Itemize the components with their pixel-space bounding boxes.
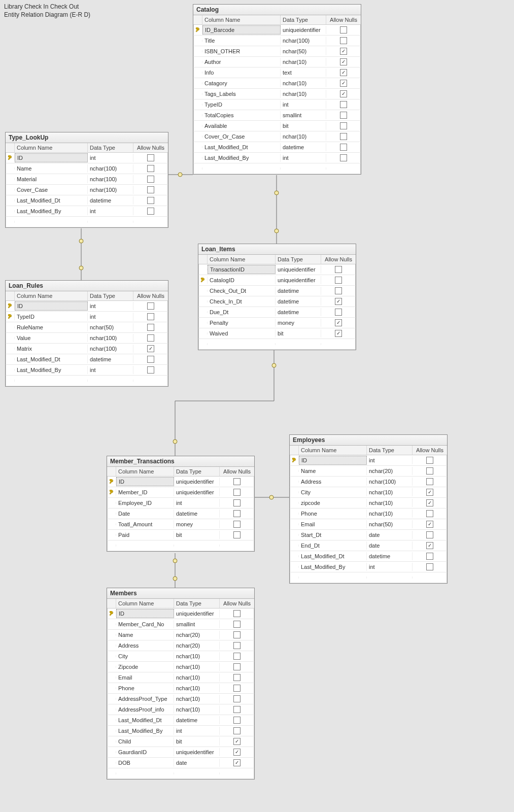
table-row[interactable]: Addressnchar(100) [290, 477, 447, 487]
data-type[interactable] [367, 577, 413, 579]
data-type[interactable]: int [281, 154, 326, 162]
data-type[interactable]: nchar(50) [88, 323, 133, 331]
column-name[interactable]: Email [299, 520, 367, 528]
table-row[interactable]: Datedatetime [107, 509, 254, 519]
column-name[interactable]: TotalCopies [202, 111, 281, 119]
data-type[interactable]: nchar(10) [174, 695, 220, 703]
data-type[interactable]: nchar(20) [174, 631, 220, 639]
table-row[interactable]: Emailnchar(50) [290, 519, 447, 530]
data-type[interactable]: nchar(20) [367, 467, 413, 475]
column-name[interactable]: Email [116, 673, 174, 682]
table-row[interactable]: IDint [6, 153, 168, 163]
data-type[interactable]: datetime [276, 287, 321, 295]
data-type[interactable]: nchar(10) [174, 663, 220, 671]
column-name[interactable] [116, 772, 174, 774]
entity-title[interactable]: Type_LookUp [6, 132, 168, 143]
column-name[interactable]: Due_Dt [208, 308, 276, 316]
table-row[interactable]: Member_IDuniqueidentifier [107, 487, 254, 498]
entity-title[interactable]: Member_Transactions [107, 456, 254, 467]
column-name[interactable]: Tags_Labels [202, 90, 281, 98]
column-name[interactable]: Last_Modified_By [15, 366, 88, 374]
column-name[interactable]: Toatl_Amount [116, 520, 174, 528]
column-name[interactable]: TransactionID [208, 265, 276, 274]
column-name[interactable]: Material [15, 175, 88, 183]
allow-nulls-checkbox[interactable] [220, 662, 254, 671]
table-row[interactable]: Availablebit [193, 121, 361, 131]
table-row[interactable]: TypeIDint [193, 99, 361, 110]
allow-nulls-checkbox[interactable] [321, 329, 356, 338]
table-row[interactable]: Matrixnchar(100) [6, 344, 168, 354]
table-row[interactable]: Last_Modified_Dtdatetime [193, 142, 361, 153]
allow-nulls-checkbox[interactable] [220, 758, 254, 767]
allow-nulls-checkbox[interactable] [326, 25, 361, 35]
allow-nulls-checkbox[interactable] [326, 47, 361, 56]
table-row[interactable] [6, 217, 168, 227]
allow-nulls-checkbox[interactable] [326, 79, 361, 88]
data-type[interactable]: nchar(10) [174, 652, 220, 660]
table-row[interactable]: DOBdate [107, 758, 254, 768]
allow-nulls-checkbox[interactable] [326, 121, 361, 130]
column-name[interactable]: Last_Modified_By [15, 207, 88, 215]
data-type[interactable]: datetime [88, 196, 133, 205]
data-type[interactable] [88, 380, 133, 382]
table-row[interactable]: Cover_Or_Casenchar(10) [193, 131, 361, 142]
column-name[interactable]: Penalty [208, 319, 276, 327]
column-name[interactable]: Member_Card_No [116, 620, 174, 628]
column-name[interactable]: ID [116, 477, 174, 486]
data-type[interactable]: date [174, 759, 220, 767]
table-row[interactable]: End_Dtdate [290, 540, 447, 551]
table-row[interactable]: Waivedbit [198, 328, 356, 339]
column-name[interactable]: Zipcode [116, 663, 174, 671]
allow-nulls-checkbox[interactable] [413, 530, 447, 539]
allow-nulls-checkbox[interactable] [321, 265, 356, 274]
allow-nulls-checkbox[interactable] [326, 68, 361, 77]
table-row[interactable]: Last_Modified_Byint [107, 726, 254, 736]
allow-nulls-checkbox[interactable] [133, 153, 168, 162]
entity-title[interactable]: Employees [290, 435, 447, 446]
table-row[interactable]: Valuenchar(100) [6, 333, 168, 344]
data-type[interactable]: nchar(10) [281, 90, 326, 98]
allow-nulls-checkbox[interactable] [133, 333, 168, 343]
table-row[interactable]: Citynchar(10) [290, 487, 447, 498]
data-type[interactable]: uniqueidentifier [174, 488, 220, 496]
data-type[interactable]: date [367, 542, 413, 550]
column-name[interactable]: Last_Modified_Dt [15, 196, 88, 205]
data-type[interactable]: nchar(100) [88, 334, 133, 342]
table-row[interactable] [193, 163, 361, 174]
allow-nulls-checkbox[interactable] [220, 694, 254, 703]
entity-employees[interactable]: EmployeesColumn NameData TypeAllow Nulls… [289, 434, 448, 584]
data-type[interactable]: nchar(50) [281, 47, 326, 55]
column-name[interactable]: zipcode [299, 499, 367, 507]
data-type[interactable]: datetime [276, 308, 321, 316]
column-name[interactable]: Address [116, 641, 174, 650]
data-type[interactable]: int [174, 727, 220, 735]
allow-nulls-checkbox[interactable] [220, 630, 254, 639]
data-type[interactable] [281, 167, 326, 170]
allow-nulls-checkbox[interactable] [326, 57, 361, 66]
table-row[interactable]: Last_Modified_Dtdatetime [6, 195, 168, 206]
table-row[interactable]: TypeIDint [6, 312, 168, 322]
entity-loan_items[interactable]: Loan_ItemsColumn NameData TypeAllow Null… [198, 244, 356, 350]
allow-nulls-checkbox[interactable] [133, 185, 168, 194]
data-type[interactable]: int [367, 563, 413, 571]
column-name[interactable]: Member_ID [116, 488, 174, 496]
data-type[interactable]: smallint [174, 620, 220, 628]
data-type[interactable]: nchar(10) [367, 499, 413, 507]
table-row[interactable]: Tags_Labelsnchar(10) [193, 89, 361, 99]
column-name[interactable]: ID [15, 301, 88, 311]
data-type[interactable]: datetime [367, 552, 413, 560]
column-name[interactable] [202, 167, 281, 170]
table-row[interactable]: Last_Modified_Byint [290, 562, 447, 572]
table-row[interactable]: TotalCopiessmallint [193, 110, 361, 121]
column-name[interactable] [15, 221, 88, 223]
table-row[interactable]: AddressProof_infonchar(10) [107, 704, 254, 715]
data-type[interactable]: date [367, 531, 413, 539]
allow-nulls-checkbox[interactable] [326, 36, 361, 45]
data-type[interactable]: bit [276, 329, 321, 337]
data-type[interactable]: datetime [276, 297, 321, 306]
data-type[interactable]: datetime [88, 355, 133, 363]
column-name[interactable]: End_Dt [299, 542, 367, 550]
allow-nulls-checkbox[interactable] [326, 153, 361, 162]
column-name[interactable]: GaurdianID [116, 748, 174, 756]
table-row[interactable]: Penaltymoney [198, 318, 356, 328]
